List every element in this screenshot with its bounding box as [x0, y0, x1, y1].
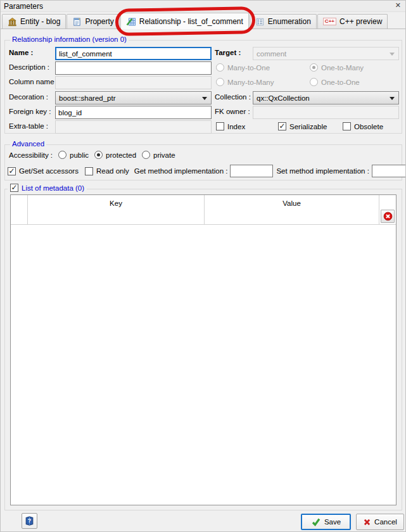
collection-combobox[interactable]: qx::QxCollection [253, 91, 399, 104]
fk-owner-input [253, 106, 399, 119]
tab-label: Enumeration [268, 17, 311, 26]
checkbox-serializable[interactable]: Serializable [278, 122, 327, 130]
checkbox-obsolete[interactable]: Obsolete [343, 122, 383, 130]
decoration-combobox[interactable]: boost::shared_ptr [55, 91, 212, 104]
fk-owner-label: FK owner : [215, 108, 250, 115]
title-bar: Parameters ✕ [1, 1, 405, 12]
group-title: Advanced [10, 140, 46, 148]
parameters-panel: Parameters ✕ Entity - blog Property Rela… [0, 0, 406, 532]
metadata-table-header: Key Value [11, 195, 396, 225]
entity-bank-icon [8, 17, 17, 27]
decoration-label: Decoration : [9, 93, 48, 101]
tab-cpp-preview[interactable]: C++ C++ preview [317, 14, 388, 28]
radio-public[interactable]: public [58, 151, 89, 159]
help-book-icon: ? [24, 516, 35, 526]
group-title: Relationship information (version 0) [10, 35, 129, 43]
checkbox-getset-accessors[interactable]: Get/Set accessors [8, 167, 79, 175]
checkbox-icon [343, 122, 351, 130]
table-corner-cell [11, 195, 28, 224]
radio-icon [310, 63, 318, 72]
get-method-input[interactable] [230, 165, 273, 177]
tab-property[interactable]: Property [67, 14, 119, 28]
target-label: Target : [215, 49, 241, 56]
metadata-table: Key Value [10, 194, 396, 505]
chevron-down-icon [390, 97, 395, 100]
svg-text:?: ? [28, 517, 32, 524]
tab-entity-blog[interactable]: Entity - blog [2, 14, 66, 28]
radio-many-to-many: Many-to-Many [216, 78, 274, 86]
column-header-key[interactable]: Key [28, 195, 205, 224]
set-method-label: Set method implementation : [276, 167, 369, 175]
metadata-checkbox[interactable] [10, 184, 18, 192]
radio-icon [310, 78, 318, 86]
metadata-table-body[interactable] [11, 225, 396, 505]
radio-many-to-one: Many-to-One [216, 63, 270, 72]
column-header-value[interactable]: Value [205, 195, 379, 224]
metadata-group-title: List of metadata (0) [22, 184, 84, 192]
tab-label: Property [85, 17, 113, 26]
radio-icon [94, 151, 103, 159]
tab-enumeration[interactable]: Enumeration [250, 14, 317, 28]
description-input[interactable] [55, 61, 212, 75]
radio-icon [142, 151, 150, 159]
extra-table-label: Extra-table : [9, 122, 48, 130]
set-method-input[interactable] [372, 165, 406, 177]
tab-relationship[interactable]: Relationship - list_of_comment [120, 13, 249, 29]
radio-one-to-many: One-to-Many [310, 63, 364, 72]
cpp-icon: C++ [323, 18, 336, 25]
target-combobox: comment [253, 47, 399, 60]
description-label: Description : [9, 63, 49, 71]
cancel-x-icon [363, 518, 371, 526]
column-name-label: Column name : [9, 78, 58, 86]
radio-icon [216, 78, 224, 86]
accessibility-label: Accessibility : [9, 151, 53, 159]
radio-icon [216, 63, 224, 72]
checkbox-icon [278, 122, 286, 130]
radio-private[interactable]: private [142, 151, 175, 159]
radio-icon [58, 151, 67, 159]
radio-protected[interactable]: protected [94, 151, 136, 159]
chevron-down-icon [390, 53, 395, 56]
radio-one-to-one: One-to-One [310, 78, 360, 86]
panel-title: Parameters [4, 2, 43, 11]
metadata-group: List of metadata (0) Key Value [4, 189, 402, 510]
tab-label: Entity - blog [20, 17, 60, 26]
tab-bar: Entity - blog Property Relationship - li… [1, 12, 405, 29]
cancel-button[interactable]: Cancel [356, 514, 404, 530]
delete-icon [383, 212, 393, 221]
relationship-information-group: Relationship information (version 0) Nam… [4, 40, 402, 134]
property-document-icon [72, 17, 82, 27]
chevron-down-icon [202, 97, 207, 100]
save-button[interactable]: Save [301, 514, 351, 530]
tab-label: C++ preview [339, 17, 382, 26]
save-check-icon [311, 517, 321, 527]
checkbox-icon [216, 122, 224, 130]
advanced-group: Advanced Accessibility : public protecte… [4, 144, 402, 180]
name-input[interactable] [55, 47, 212, 60]
foreign-key-label: Foreign key : [9, 108, 51, 115]
delete-metadata-button[interactable] [381, 210, 395, 223]
help-button[interactable]: ? [22, 513, 37, 529]
column-name-input [55, 76, 212, 89]
foreign-key-input[interactable] [55, 106, 212, 119]
collection-label: Collection : [215, 93, 251, 101]
relationship-table-icon [126, 16, 136, 27]
extra-table-input [55, 120, 212, 134]
name-label: Name : [9, 49, 33, 56]
table-action-cell [379, 195, 396, 224]
close-icon[interactable]: ✕ [395, 1, 401, 10]
get-method-label: Get method implementation : [134, 167, 228, 175]
enumeration-list-icon [255, 17, 265, 27]
checkbox-icon [85, 167, 93, 175]
checkbox-read-only[interactable]: Read only [85, 167, 129, 175]
tab-label: Relationship - list_of_comment [139, 17, 243, 26]
checkbox-icon [8, 167, 16, 175]
checkbox-index[interactable]: Index [216, 122, 245, 130]
